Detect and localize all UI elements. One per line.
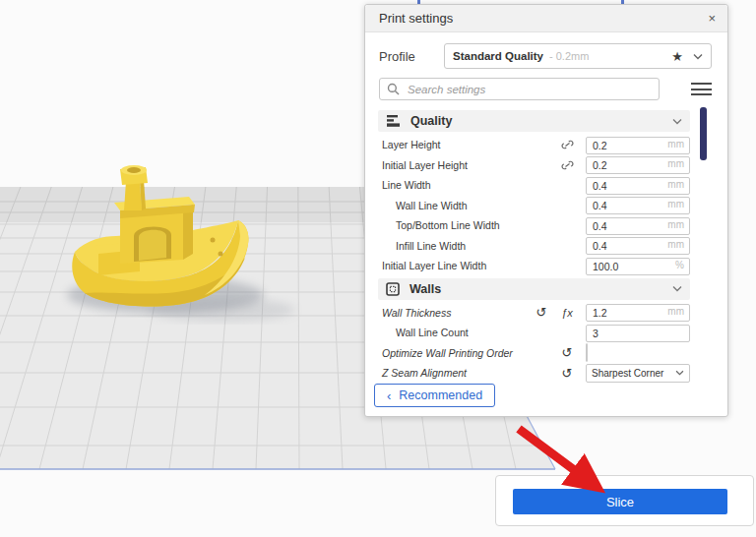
chevron-down-icon xyxy=(675,370,684,376)
revert-icon[interactable]: ↺ xyxy=(562,346,573,359)
section-title: Quality xyxy=(410,114,452,128)
link-icon[interactable] xyxy=(554,159,580,171)
setting-row-line-width: Line Width mm xyxy=(382,175,690,196)
chevron-down-icon xyxy=(693,53,703,60)
panel-header: Print settings × xyxy=(365,5,727,32)
search-input[interactable] xyxy=(406,83,652,96)
layers-icon xyxy=(386,115,401,128)
section-header-quality[interactable]: Quality xyxy=(378,110,690,132)
setting-row-wall-thickness: Wall Thickness ↺ ƒx mm xyxy=(382,303,690,324)
revert-icon[interactable]: ↺ xyxy=(536,306,547,319)
app-window: Print settings × Profile Standard Qualit… xyxy=(0,0,756,537)
line-width-input[interactable] xyxy=(586,177,690,195)
setting-row-z-seam-alignment: Z Seam Alignment ↺ Sharpest Corner xyxy=(382,363,690,384)
setting-row-initial-layer-line-width: Initial Layer Line Width % xyxy=(382,256,690,276)
profile-label: Profile xyxy=(379,49,444,64)
setting-row-layer-height: Layer Height mm xyxy=(382,135,690,155)
recommended-button[interactable]: ‹ Recommended xyxy=(374,384,495,407)
slice-button[interactable]: Slice xyxy=(513,489,727,514)
revert-icon[interactable]: ↺ xyxy=(562,367,573,380)
panel-title: Print settings xyxy=(379,11,453,26)
profile-dropdown[interactable]: Standard Quality - 0.2mm ★ xyxy=(444,43,712,69)
setting-row-optimize-wall-printing-order: Optimize Wall Printing Order ↺ xyxy=(382,343,690,364)
slice-card: Slice xyxy=(495,475,754,526)
panel-scrollbar[interactable] xyxy=(700,107,707,160)
search-row xyxy=(379,78,712,100)
setting-row-top-bottom-line-width: Top/Bottom Line Width mm xyxy=(382,215,690,236)
link-icon[interactable] xyxy=(554,139,580,150)
initial-layer-line-width-input[interactable] xyxy=(586,258,690,275)
formula-icon[interactable]: ƒx xyxy=(561,307,573,319)
section-title: Walls xyxy=(410,282,441,296)
initial-layer-height-input[interactable] xyxy=(586,156,690,174)
section-header-walls[interactable]: Walls xyxy=(378,278,690,300)
setting-row-initial-layer-height: Initial Layer Height mm xyxy=(382,155,690,176)
top-bottom-line-width-input[interactable] xyxy=(586,217,690,235)
search-icon xyxy=(387,83,400,95)
menu-icon[interactable] xyxy=(691,80,712,99)
setting-row-wall-line-width: Wall Line Width mm xyxy=(382,196,690,216)
print-settings-panel: Print settings × Profile Standard Qualit… xyxy=(364,4,728,417)
search-box[interactable] xyxy=(379,78,660,100)
walls-icon xyxy=(386,282,400,296)
profile-row: Profile Standard Quality - 0.2mm ★ xyxy=(379,43,712,69)
chevron-left-icon: ‹ xyxy=(387,388,391,403)
chevron-down-icon xyxy=(672,285,682,292)
setting-row-wall-line-count: Wall Line Count xyxy=(382,323,690,343)
chevron-down-icon xyxy=(672,118,682,125)
settings-list: Quality Layer Height mm Initial Layer He… xyxy=(378,110,690,386)
wall-thickness-input[interactable] xyxy=(586,304,690,322)
wall-line-count-input[interactable] xyxy=(586,325,690,342)
star-icon[interactable]: ★ xyxy=(671,49,683,64)
setting-row-infill-line-width: Infill Line Width mm xyxy=(382,236,690,257)
profile-value: Standard Quality xyxy=(453,50,543,62)
layer-height-input[interactable] xyxy=(586,137,690,154)
profile-detail: - 0.2mm xyxy=(549,50,589,62)
optimize-wall-printing-order-checkbox[interactable] xyxy=(586,343,588,362)
infill-line-width-input[interactable] xyxy=(586,237,690,255)
close-icon[interactable]: × xyxy=(708,12,716,25)
wall-line-width-input[interactable] xyxy=(586,197,690,214)
z-seam-alignment-select[interactable]: Sharpest Corner xyxy=(586,364,690,383)
